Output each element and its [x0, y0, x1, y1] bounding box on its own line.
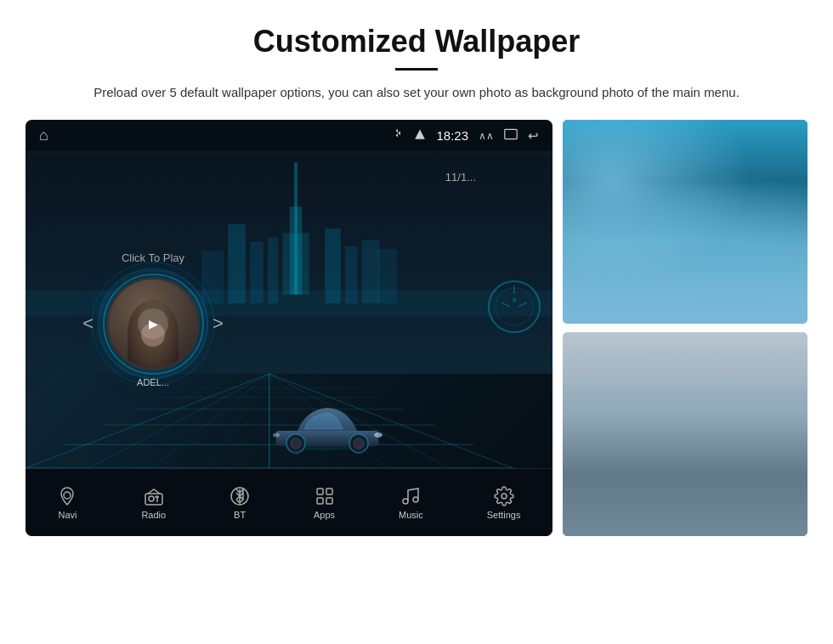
- album-wrapper: ▶ ADEL...: [106, 277, 200, 370]
- svg-point-64: [584, 241, 786, 268]
- svg-rect-58: [563, 120, 808, 324]
- play-button[interactable]: ▶: [138, 308, 168, 339]
- status-right: 18:23 ∧∧ ↩: [392, 128, 539, 144]
- header-description: Preload over 5 default wallpaper options…: [68, 82, 765, 103]
- page-header: Customized Wallpaper Preload over 5 defa…: [0, 0, 833, 120]
- music-label: Music: [399, 510, 423, 520]
- svg-line-78: [670, 415, 672, 478]
- radio-label: Radio: [141, 510, 166, 520]
- status-bar: ⌂ 18:23 ∧∧ ↩: [26, 120, 552, 151]
- svg-rect-76: [563, 478, 808, 485]
- svg-rect-82: [638, 485, 650, 511]
- svg-rect-71: [563, 480, 808, 536]
- navi-icon: [57, 486, 77, 506]
- svg-point-40: [273, 433, 280, 438]
- wallpaper-thumbnails: [563, 120, 808, 536]
- svg-point-60: [672, 120, 790, 189]
- svg-line-46: [518, 302, 527, 307]
- radio-icon: [144, 486, 164, 506]
- svg-point-59: [563, 128, 706, 215]
- svg-line-45: [502, 302, 510, 307]
- status-left: ⌂: [39, 127, 48, 144]
- apps-icon: [314, 486, 335, 506]
- expand-icon[interactable]: ∧∧: [479, 130, 494, 142]
- bottom-nav: Navi Radio BT: [26, 468, 552, 536]
- svg-rect-74: [640, 393, 655, 410]
- back-icon[interactable]: ↩: [528, 128, 539, 144]
- nav-item-navi[interactable]: Navi: [57, 486, 77, 520]
- page-title: Customized Wallpaper: [68, 24, 765, 59]
- navi-label: Navi: [58, 510, 76, 520]
- svg-point-65: [575, 241, 635, 276]
- svg-rect-52: [326, 489, 332, 494]
- svg-point-36: [291, 438, 301, 449]
- album-art[interactable]: ▶: [106, 277, 200, 370]
- svg-rect-63: [563, 250, 808, 324]
- svg-rect-51: [317, 489, 323, 494]
- settings-label: Settings: [487, 510, 521, 520]
- svg-point-67: [664, 254, 706, 280]
- music-section: Click To Play < ▶: [42, 171, 264, 451]
- home-icon[interactable]: ⌂: [39, 127, 48, 144]
- ice-wallpaper-svg: [563, 120, 808, 324]
- content-area: ⌂ 18:23 ∧∧ ↩: [0, 120, 833, 536]
- car-display: [264, 393, 391, 460]
- bt-icon: [230, 486, 250, 506]
- svg-point-55: [403, 499, 408, 504]
- nav-item-radio[interactable]: Radio: [141, 486, 166, 520]
- status-time: 18:23: [436, 128, 468, 143]
- date-display: 11/1...: [445, 171, 476, 184]
- svg-point-68: [634, 155, 735, 224]
- svg-point-70: [563, 367, 808, 506]
- svg-point-39: [374, 432, 382, 438]
- settings-icon: [494, 486, 514, 506]
- svg-point-47: [64, 492, 71, 499]
- apps-label: Apps: [314, 510, 335, 520]
- album-container: < ▶ ADEL...: [82, 277, 224, 370]
- window-icon[interactable]: [504, 128, 518, 143]
- svg-point-49: [149, 496, 154, 501]
- stereo-screen: ⌂ 18:23 ∧∧ ↩: [26, 120, 552, 536]
- meter-svg: 9: [484, 230, 544, 383]
- nav-item-settings[interactable]: Settings: [487, 486, 521, 520]
- wallpaper-thumb-bridge[interactable]: [563, 332, 808, 536]
- main-display: Click To Play < ▶: [26, 154, 552, 468]
- bt-label: BT: [234, 510, 246, 520]
- svg-point-66: [740, 247, 791, 279]
- svg-point-56: [413, 497, 418, 502]
- svg-point-57: [502, 494, 507, 499]
- svg-marker-61: [563, 146, 664, 224]
- car-icon: [264, 393, 391, 456]
- svg-rect-73: [717, 402, 728, 515]
- svg-rect-53: [317, 498, 323, 504]
- title-divider: [395, 68, 438, 71]
- nav-item-music[interactable]: Music: [399, 486, 423, 520]
- svg-marker-0: [416, 129, 426, 139]
- svg-rect-72: [643, 402, 653, 515]
- nav-item-apps[interactable]: Apps: [314, 486, 335, 520]
- nav-item-bt[interactable]: BT: [230, 486, 250, 520]
- signal-icon: [414, 128, 426, 143]
- svg-line-77: [657, 409, 660, 478]
- svg-marker-62: [689, 128, 799, 206]
- wallpaper-thumb-ice[interactable]: [563, 120, 808, 324]
- bluetooth-icon: [392, 128, 404, 143]
- svg-rect-5: [283, 233, 309, 295]
- svg-rect-69: [563, 332, 808, 536]
- bridge-wallpaper-svg: [563, 332, 808, 536]
- svg-rect-75: [715, 393, 730, 410]
- svg-line-81: [711, 409, 713, 478]
- svg-line-80: [698, 415, 700, 478]
- right-meter: 9: [484, 162, 544, 451]
- svg-rect-54: [326, 498, 332, 504]
- svg-point-38: [354, 438, 364, 449]
- svg-rect-83: [716, 485, 728, 511]
- svg-rect-1: [505, 129, 517, 138]
- svg-text:9: 9: [513, 297, 517, 304]
- album-label: ADEL...: [137, 377, 169, 387]
- music-icon: [400, 486, 421, 506]
